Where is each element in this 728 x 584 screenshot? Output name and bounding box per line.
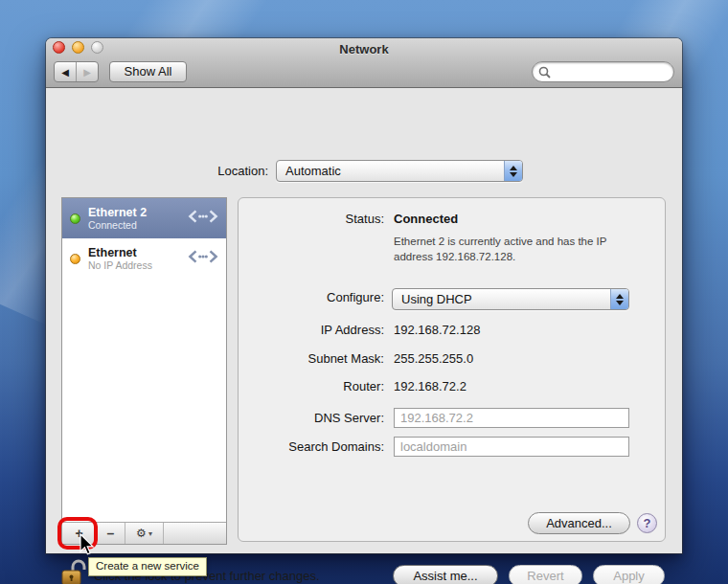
show-all-button[interactable]: Show All [109, 61, 187, 82]
apply-button: Apply [593, 565, 665, 584]
router-value: 192.168.72.2 [394, 379, 466, 393]
service-name: Ethernet [88, 246, 188, 259]
service-detail-panel: Status: Connected Ethernet 2 is currentl… [238, 197, 666, 542]
configure-label: Configure: [239, 290, 384, 304]
dns-server-label: DNS Server: [239, 411, 384, 425]
advanced-button[interactable]: Advanced... [528, 512, 630, 534]
router-label: Router: [239, 379, 384, 393]
search-domains-input[interactable] [394, 437, 629, 457]
ethernet-icon [188, 249, 218, 268]
ip-address-label: IP Address: [239, 323, 384, 337]
window-title: Network [46, 42, 682, 56]
chevron-down-icon: ▾ [148, 529, 152, 538]
forward-button[interactable]: ▶ [77, 62, 98, 81]
service-options-button[interactable]: ⚙ ▾ [125, 523, 164, 544]
revert-button: Revert [509, 565, 582, 584]
status-description: Ethernet 2 is currently active and has t… [394, 234, 710, 264]
dns-server-input[interactable] [394, 408, 629, 428]
back-icon: ◀ [61, 67, 69, 78]
service-status: Connected [88, 219, 188, 231]
service-status: No IP Address [88, 259, 188, 271]
nav-buttons: ◀ ▶ [54, 61, 99, 82]
subnet-mask-label: Subnet Mask: [239, 351, 384, 366]
popup-stepper-icon [610, 289, 628, 309]
configure-popup-value: Using DHCP [401, 292, 472, 306]
service-item-ethernet-2[interactable]: Ethernet 2 Connected [62, 198, 226, 238]
cursor-icon [78, 533, 97, 560]
popup-stepper-icon [504, 161, 522, 181]
configure-popup[interactable]: Using DHCP [392, 288, 629, 310]
status-dot-orange [70, 254, 80, 264]
ip-address-value: 192.168.72.128 [394, 323, 480, 337]
service-item-ethernet[interactable]: Ethernet No IP Address [62, 238, 226, 279]
ethernet-icon [188, 209, 218, 228]
back-button[interactable]: ◀ [55, 62, 77, 81]
search-field[interactable] [532, 61, 674, 82]
search-input[interactable] [551, 65, 673, 79]
network-preferences-window: Network ◀ ▶ Show All Location: Automatic [46, 38, 682, 553]
assist-me-button[interactable]: Assist me... [393, 565, 498, 584]
search-domains-label: Search Domains: [239, 439, 384, 454]
search-icon [538, 66, 551, 79]
status-dot-green [70, 213, 80, 224]
location-label: Location: [142, 160, 268, 182]
status-label: Status: [239, 212, 384, 226]
service-name: Ethernet 2 [88, 206, 188, 219]
remove-service-button[interactable]: – [97, 523, 125, 544]
minus-icon: – [107, 526, 115, 541]
location-popup[interactable]: Automatic [276, 160, 523, 182]
gear-icon: ⚙ [136, 527, 147, 540]
location-popup-value: Automatic [285, 164, 341, 178]
actions-bar-filler [164, 523, 226, 544]
tooltip: Create a new service [88, 557, 207, 576]
titlebar: Network ◀ ▶ Show All [46, 38, 682, 88]
help-button[interactable]: ? [637, 513, 657, 533]
window-content: Location: Automatic Ethernet 2 Connected [46, 89, 682, 553]
services-list: Ethernet 2 Connected Ethernet [61, 197, 227, 545]
forward-icon: ▶ [83, 67, 91, 78]
lock-icon[interactable] [60, 558, 87, 584]
subnet-mask-value: 255.255.255.0 [394, 351, 473, 366]
status-value: Connected [394, 212, 458, 226]
